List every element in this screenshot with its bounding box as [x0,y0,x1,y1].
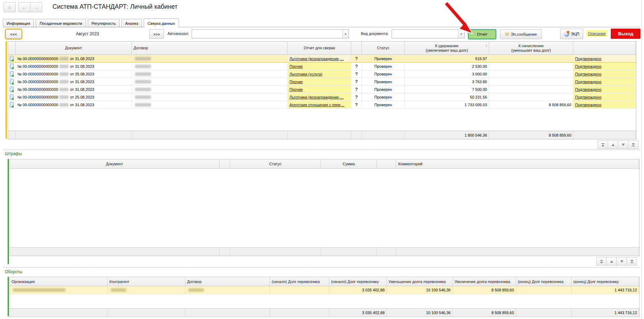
home-icon: ⌂ [8,4,11,10]
tab-information[interactable]: Информация [3,19,34,28]
back-button[interactable]: ← [18,2,30,12]
scroll-top-button[interactable] [596,257,607,266]
scroll-up-button[interactable] [608,140,618,149]
turnovers-row[interactable]: 3 035 402,88 10 100 546,36 8 508 859,60 … [10,286,639,294]
status-cell: Проверен [362,70,405,78]
withhold-cell: 3 000.00 [405,70,489,78]
report-button[interactable]: Отчет [468,30,496,39]
report-link: Прочие [289,87,303,92]
app-window: ⌂ ← → Система АТП-СТАНДАРТ: Личный кабин… [0,0,644,319]
report-link: Прочие [289,80,303,84]
chevron-down-icon[interactable]: ▼ [342,30,349,38]
scroll-top-button[interactable] [598,140,608,149]
col-status[interactable]: Статус [362,42,405,55]
col-organization[interactable]: Организация [10,277,108,286]
redacted-text [59,88,69,91]
turnovers-totals-row: 3 035 402,88 10 100 546,36 8 508 859,60 … [10,308,639,317]
redacted-text [111,288,126,292]
accrue-cell [489,55,573,62]
col-start-debt-to-carrier[interactable]: (начало) Долг перевозчику [329,277,387,286]
confirm-link: Подтверждено [575,57,601,61]
col-status[interactable]: Статус [230,159,321,168]
table-row[interactable]: № 00-00000000000000от 31.08.2023 Прочие … [8,63,636,70]
col-end-debt-of-carrier[interactable]: (конец) Долг перевозчика [516,277,572,286]
col-increase[interactable]: Увеличение долга перевозчика [453,277,516,286]
table-row[interactable]: № 00-00000000000000от 25.08.2023 Льготни… [8,70,636,78]
col-document[interactable]: Документ [16,42,132,55]
col-decrease[interactable]: Уменьшение долга перевозчика [387,277,453,286]
redacted-text [135,80,151,84]
redacted-text [135,72,151,76]
table-totals-row: 1 800 546.36 8 508 859,60 [8,131,636,139]
scroll-bottom-button[interactable] [627,257,637,266]
digital-signature-button[interactable]: ЭЦП [560,29,583,39]
next-period-button[interactable]: >>> [149,29,164,39]
table-row[interactable]: № 00-00000000000000от 31.08.2023 Прочие … [8,86,636,93]
confirm-link: Подтверждено [575,103,601,107]
station-select[interactable]: ▼ [192,29,349,38]
table-scroll-buttons [598,140,638,149]
station-value [192,30,342,38]
col-accrue[interactable]: К начислению (уменьшает ваш долг) [489,42,573,55]
section-splitter[interactable] [3,267,640,268]
col-counterparty[interactable]: Контрагент [108,277,185,286]
increase-cell: 8 508 859,60 [453,286,516,294]
col-contract[interactable]: Договор [185,277,270,286]
table-row[interactable]: № 00-00000000000000от 31.08.2023 Прочие … [8,78,636,86]
end-debt-of-carrier-cell [516,286,572,294]
status-cell: Проверен [362,93,405,101]
tab-boarding-sheets[interactable]: Посадочные ведомости [36,19,86,28]
sort-desc-icon[interactable]: ↓ [486,43,488,48]
confirm-link: Подтверждено [575,72,601,76]
question-icon: ? [355,64,358,69]
accrue-cell [489,63,573,70]
col-end-debt-to-carrier[interactable]: (конец) Долг перевозчику [572,277,639,286]
document-icon [8,63,16,70]
col-withhold[interactable]: К удержанию (увеличивает ваш долг) ↓ [405,42,489,55]
col-document[interactable]: Документ [10,159,220,168]
report-link: Льготники (услуга) [289,72,322,76]
table-row[interactable]: № 00-00000000000000от 31.08.2023 Льготни… [8,55,636,63]
redacted-text [188,288,204,292]
scroll-up-button[interactable] [606,257,617,266]
section-splitter[interactable] [3,150,640,150]
fines-header-row: Документ Статус Сумма Комментарий [10,159,639,169]
col-contract[interactable]: Договор [132,42,288,55]
doc-type-select[interactable]: ▼ [392,29,465,38]
email-button[interactable]: ✉ Эл.сообщение [500,29,542,39]
scroll-up-icon [611,143,615,147]
document-icon [8,78,16,85]
end-debt-to-carrier-cell: 1 443 716,12 [572,286,639,294]
withhold-cell: 515.97 [405,55,489,62]
tab-data-reconciliation[interactable]: Сверка данных [144,19,179,28]
table-row[interactable]: № 00-00000000000000от 31.08.2023 Агентск… [8,101,636,109]
exit-button[interactable]: Выход [611,29,641,39]
col-comment[interactable]: Комментарий [396,159,639,168]
doc-type-label: Вид документа: [361,31,389,36]
forward-button[interactable]: → [30,2,42,12]
col-report[interactable]: Отчет для сверки [288,42,351,55]
redacted-text [135,103,151,107]
chevron-down-icon[interactable]: ▼ [458,30,464,38]
scroll-down-button[interactable] [618,140,628,149]
redacted-text [135,65,151,68]
report-link: Прочие [289,64,303,68]
totals-withhold: 1 800 546.36 [405,131,489,139]
redacted-text [59,80,69,84]
forward-icon: → [34,4,39,10]
scroll-down-button[interactable] [616,257,627,266]
col-start-debt-of-carrier[interactable]: (начало) Долг перевозчика [270,277,329,286]
home-button[interactable]: ⌂ [3,2,16,12]
tab-analysis[interactable]: Анализ [121,19,142,28]
period-label: Август 2023 [31,31,143,36]
document-icon [8,86,16,93]
accrue-cell [489,70,573,78]
description-link[interactable]: Описание [586,30,608,37]
redacted-text [135,57,151,60]
document-icon [8,101,16,108]
table-row[interactable]: № 00-00000000000000от 25.08.2023 Льготни… [8,93,636,101]
col-sum[interactable]: Сумма [321,159,377,168]
prev-period-button[interactable]: <<< [6,29,22,39]
scroll-bottom-button[interactable] [628,140,638,149]
tab-regularity[interactable]: Регулярность [88,19,120,28]
